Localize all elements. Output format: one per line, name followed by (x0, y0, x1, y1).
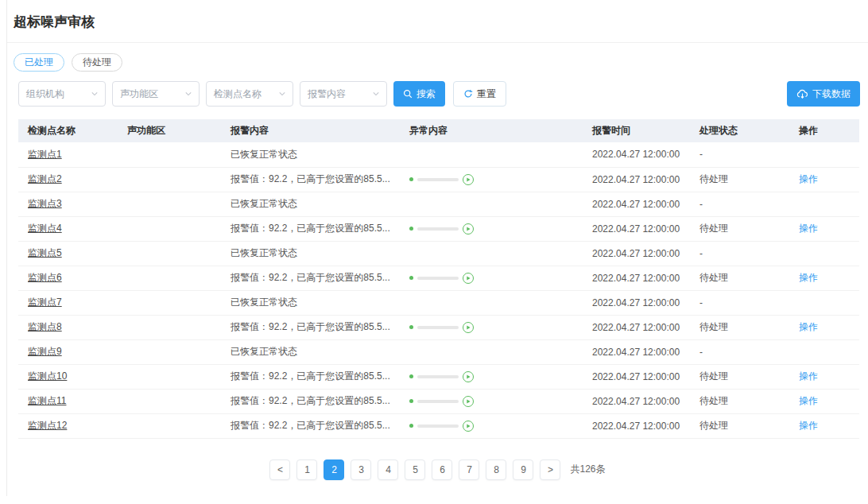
status-cell: - (690, 241, 789, 266)
action-cell: 操作 (789, 216, 859, 241)
row-action-link[interactable]: 操作 (799, 321, 818, 332)
audio-player (409, 273, 573, 284)
monitor-point-link[interactable]: 监测点2 (28, 173, 62, 184)
audio-progress-track[interactable] (417, 326, 459, 329)
org-select[interactable]: 组织机构 (18, 81, 106, 107)
filter-bar: 组织机构 声功能区 检测点名称 报警内容 搜索 重置 下载数据 (7, 72, 868, 114)
search-icon (403, 89, 413, 99)
pagination-page-button[interactable]: 7 (459, 459, 479, 480)
pagination-page-button[interactable]: 9 (513, 459, 533, 480)
table-row: 监测点11报警值：92.2，已高于您设置的85.5...2022.04.27 1… (18, 389, 859, 413)
table-row: 监测点4报警值：92.2，已高于您设置的85.5...2022.04.27 12… (18, 216, 859, 241)
monitor-point-link[interactable]: 监测点11 (28, 395, 66, 406)
chevron-down-icon (279, 91, 285, 97)
row-action-link[interactable]: 操作 (799, 272, 818, 283)
tab-processed[interactable]: 已处理 (14, 53, 64, 72)
play-audio-button[interactable] (463, 273, 474, 284)
zone-cell (118, 290, 221, 315)
table-row: 监测点1已恢复正常状态2022.04.27 12:00:00- (18, 142, 859, 167)
reset-button[interactable]: 重置 (453, 81, 506, 107)
row-action-link[interactable]: 操作 (799, 420, 818, 431)
pagination-next-button[interactable]: > (540, 459, 560, 480)
monitor-point-link[interactable]: 监测点7 (28, 297, 62, 308)
audio-progress-track[interactable] (417, 425, 459, 428)
alarm-content-cell: 已恢复正常状态 (221, 339, 400, 364)
zone-cell (118, 413, 221, 438)
row-action-link[interactable]: 操作 (799, 370, 818, 382)
point-name-select[interactable]: 检测点名称 (206, 81, 293, 107)
monitor-point-link[interactable]: 监测点1 (28, 149, 62, 160)
action-cell: 操作 (789, 167, 859, 192)
play-audio-button[interactable] (463, 322, 474, 333)
abnormal-content-cell (400, 413, 583, 438)
play-audio-button[interactable] (463, 421, 474, 432)
alarm-content-cell: 报警值：92.2，已高于您设置的85.5... (221, 315, 400, 339)
pagination-page-button[interactable]: 5 (405, 459, 425, 480)
pagination-page-button[interactable]: 2 (324, 459, 344, 480)
abnormal-content-cell (400, 241, 583, 266)
pagination-page-button[interactable]: 1 (296, 459, 317, 480)
row-action-link[interactable]: 操作 (799, 395, 818, 406)
table-row: 监测点8报警值：92.2，已高于您设置的85.5...2022.04.27 12… (18, 315, 859, 339)
pagination-page-button[interactable]: 6 (432, 459, 452, 480)
audio-player (409, 322, 573, 333)
play-icon (465, 423, 471, 429)
audio-progress-track[interactable] (417, 227, 459, 231)
alarm-content-cell: 报警值：92.2，已高于您设置的85.5... (221, 266, 400, 290)
pagination-page-button[interactable]: 3 (351, 459, 371, 480)
audio-progress-handle[interactable] (409, 399, 413, 403)
zone-select[interactable]: 声功能区 (112, 81, 200, 107)
status-cell: 待处理 (690, 413, 789, 438)
alarm-content-cell: 报警值：92.2，已高于您设置的85.5... (221, 364, 400, 389)
zone-cell (118, 364, 221, 389)
zone-cell (118, 142, 221, 167)
alarm-content-select[interactable]: 报警内容 (300, 81, 387, 107)
play-icon (465, 226, 471, 232)
org-select-placeholder: 组织机构 (26, 87, 64, 101)
monitor-point-link[interactable]: 监测点5 (28, 247, 62, 258)
play-audio-button[interactable] (463, 223, 474, 235)
chevron-down-icon (185, 91, 192, 97)
alarm-time-cell: 2022.04.27 12:00:00 (583, 192, 690, 216)
download-data-button[interactable]: 下载数据 (787, 81, 860, 107)
audio-progress-handle[interactable] (409, 424, 413, 428)
row-action-link[interactable]: 操作 (799, 223, 818, 234)
audio-progress-handle[interactable] (409, 374, 413, 378)
monitor-point-link[interactable]: 监测点10 (28, 370, 67, 382)
audio-progress-handle[interactable] (409, 276, 413, 280)
tab-pending[interactable]: 待处理 (72, 53, 122, 72)
audio-progress-track[interactable] (417, 277, 459, 280)
abnormal-content-cell (400, 389, 583, 413)
col-alarm: 报警内容 (221, 119, 400, 142)
abnormal-content-cell (400, 192, 583, 216)
alarm-content-cell: 已恢复正常状态 (221, 241, 400, 266)
monitor-point-link[interactable]: 监测点9 (28, 346, 62, 357)
audio-progress-handle[interactable] (409, 177, 413, 181)
audio-progress-handle[interactable] (409, 325, 413, 329)
audio-progress-track[interactable] (417, 375, 459, 378)
pagination-page-button[interactable]: 4 (378, 459, 398, 480)
audio-progress-track[interactable] (417, 400, 459, 403)
monitor-point-link[interactable]: 监测点12 (28, 420, 67, 431)
row-action-link[interactable]: 操作 (799, 173, 818, 184)
play-audio-button[interactable] (463, 371, 474, 382)
monitor-point-link[interactable]: 监测点3 (28, 198, 62, 209)
pagination-prev-button[interactable]: < (269, 459, 290, 480)
pagination-total-label: 共126条 (570, 463, 605, 476)
alarm-time-cell: 2022.04.27 12:00:00 (583, 142, 690, 167)
search-button[interactable]: 搜索 (393, 81, 445, 107)
monitor-point-link[interactable]: 监测点6 (28, 272, 62, 283)
alarm-time-cell: 2022.04.27 12:00:00 (583, 315, 690, 339)
pagination-page-button[interactable]: 8 (486, 459, 506, 480)
monitor-point-link[interactable]: 监测点8 (28, 321, 62, 332)
action-cell: 操作 (789, 315, 859, 339)
audio-progress-handle[interactable] (409, 227, 413, 231)
audio-progress-track[interactable] (417, 178, 459, 181)
play-audio-button[interactable] (463, 396, 474, 407)
monitor-point-link[interactable]: 监测点4 (28, 223, 62, 234)
status-cell: - (690, 192, 789, 216)
table-row: 监测点5已恢复正常状态2022.04.27 12:00:00- (18, 241, 859, 266)
play-audio-button[interactable] (463, 174, 474, 185)
action-cell: 操作 (789, 389, 859, 413)
page-title: 超标噪声审核 (7, 0, 868, 42)
